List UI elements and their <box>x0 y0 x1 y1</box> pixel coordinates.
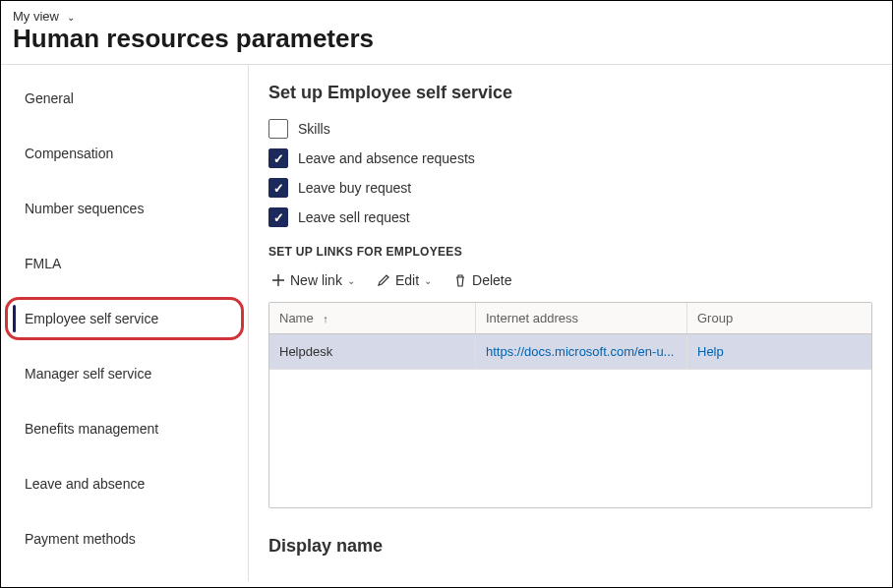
table-row[interactable]: Helpdesk https://docs.microsoft.com/en-u… <box>269 334 871 370</box>
links-grid: Name ↑ Internet address Group Helpdesk h… <box>268 302 872 508</box>
view-selector[interactable]: My view ⌄ <box>1 1 892 24</box>
sort-ascending-icon: ↑ <box>323 313 328 324</box>
checkbox-checked-icon: ✓ <box>268 207 288 227</box>
checkbox-label: Skills <box>298 121 330 137</box>
sidebar-item-employee-self-service[interactable]: Employee self service <box>1 291 248 346</box>
section-heading: Set up Employee self service <box>268 83 872 103</box>
links-toolbar: New link ⌄ Edit ⌄ Delete <box>268 268 872 292</box>
checkbox-checked-icon: ✓ <box>268 178 288 198</box>
checkbox-checked-icon: ✓ <box>268 148 288 168</box>
sidebar-item-manager-self-service[interactable]: Manager self service <box>1 346 248 401</box>
sidebar-item-leave-and-absence[interactable]: Leave and absence <box>1 456 248 511</box>
chevron-down-icon: ⌄ <box>347 275 355 286</box>
checkbox-skills[interactable]: Skills <box>268 119 872 139</box>
sidebar: General Compensation Number sequences FM… <box>1 65 249 581</box>
new-link-label: New link <box>290 272 342 288</box>
chevron-down-icon: ⌄ <box>424 275 432 286</box>
column-header-internet-address[interactable]: Internet address <box>476 303 687 333</box>
sidebar-item-number-sequences[interactable]: Number sequences <box>1 181 248 236</box>
main-content: Set up Employee self service Skills ✓ Le… <box>249 65 892 581</box>
cell-group[interactable]: Help <box>687 334 871 369</box>
edit-label: Edit <box>395 272 419 288</box>
sidebar-item-fmla[interactable]: FMLA <box>1 236 248 291</box>
cell-name: Helpdesk <box>269 334 476 369</box>
sidebar-item-payment-methods[interactable]: Payment methods <box>1 511 248 566</box>
checkbox-label: Leave buy request <box>298 180 411 196</box>
checkbox-leave-buy-request[interactable]: ✓ Leave buy request <box>268 178 872 198</box>
grid-header: Name ↑ Internet address Group <box>269 303 871 334</box>
sidebar-item-general[interactable]: General <box>1 71 248 126</box>
cell-internet-address[interactable]: https://docs.microsoft.com/en-u... <box>476 334 687 369</box>
checkbox-leave-absence-requests[interactable]: ✓ Leave and absence requests <box>268 148 872 168</box>
checkbox-label: Leave and absence requests <box>298 150 475 166</box>
chevron-down-icon: ⌄ <box>67 12 75 23</box>
page-title: Human resources parameters <box>1 24 892 60</box>
column-header-group[interactable]: Group <box>687 303 871 333</box>
edit-button[interactable]: Edit ⌄ <box>374 268 435 292</box>
trash-icon <box>453 273 467 287</box>
plus-icon <box>271 273 285 287</box>
new-link-button[interactable]: New link ⌄ <box>268 268 358 292</box>
checkbox-leave-sell-request[interactable]: ✓ Leave sell request <box>268 207 872 227</box>
sidebar-item-benefits-management[interactable]: Benefits management <box>1 401 248 456</box>
delete-button[interactable]: Delete <box>450 268 514 292</box>
view-selector-label: My view <box>13 9 59 24</box>
sidebar-item-label: Employee self service <box>25 311 158 326</box>
checkbox-unchecked-icon <box>268 119 288 139</box>
links-section-label: SET UP LINKS FOR EMPLOYEES <box>268 245 872 259</box>
sidebar-item-compensation[interactable]: Compensation <box>1 126 248 181</box>
display-name-heading: Display name <box>268 536 872 557</box>
delete-label: Delete <box>472 272 511 288</box>
pencil-icon <box>377 273 390 287</box>
column-header-name[interactable]: Name ↑ <box>269 303 476 333</box>
checkbox-label: Leave sell request <box>298 209 410 225</box>
